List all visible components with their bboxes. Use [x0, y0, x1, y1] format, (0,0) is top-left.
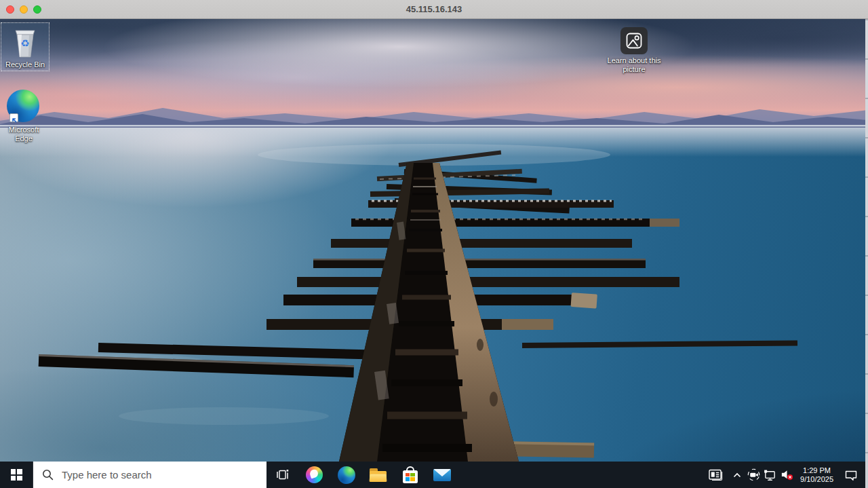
windows-desktop[interactable]: ♻ Recycle Bin Microsoft Edge: [0, 19, 868, 488]
copilot-button[interactable]: [298, 462, 330, 488]
desktop-icon-label: Learn about this picture: [607, 56, 661, 74]
news-icon: [708, 468, 724, 481]
search-input[interactable]: [62, 469, 238, 481]
desktop-icon-learn-about-this-picture[interactable]: Learn about this picture: [607, 27, 661, 74]
news-and-interests-button[interactable]: [702, 462, 729, 488]
show-hidden-icons-button[interactable]: [729, 462, 745, 488]
desktop-icon-label: Microsoft Edge: [2, 126, 45, 143]
mail-icon: [433, 469, 451, 481]
file-explorer-icon: [370, 468, 387, 482]
wallpaper-pier-art: [0, 19, 868, 462]
clock-date: 9/10/2025: [800, 475, 833, 484]
notification-center-button[interactable]: [838, 462, 864, 488]
chevron-up-icon: [731, 469, 743, 481]
edge-button[interactable]: [330, 462, 362, 488]
search-icon: [42, 469, 54, 481]
shortcut-arrow-icon: [9, 113, 18, 122]
desktop-icon-label: Recycle Bin: [5, 60, 45, 69]
desktop-icon-microsoft-edge[interactable]: Microsoft Edge: [2, 90, 45, 143]
edge-icon: [7, 90, 41, 124]
picture-info-icon: [620, 27, 648, 54]
window-title: 45.115.16.143: [0, 4, 868, 14]
file-explorer-button[interactable]: [362, 462, 394, 488]
windows-taskbar: 1:29 PM 9/10/2025: [0, 462, 868, 488]
network-button[interactable]: [762, 462, 778, 488]
remote-desktop-window: 45.115.16.143: [0, 0, 868, 488]
network-ethernet-icon: [763, 468, 777, 482]
clock-time: 1:29 PM: [800, 466, 833, 475]
volume-muted-icon: [780, 468, 794, 481]
scrollbar[interactable]: [865, 19, 868, 488]
microsoft-store-button[interactable]: [394, 462, 426, 488]
mail-button[interactable]: [426, 462, 458, 488]
volume-button[interactable]: [778, 462, 795, 488]
start-button[interactable]: [0, 462, 33, 488]
system-tray: 1:29 PM 9/10/2025: [702, 462, 868, 488]
macos-titlebar: 45.115.16.143: [0, 0, 868, 19]
copilot-icon: [306, 466, 323, 483]
desktop-icon-recycle-bin[interactable]: ♻ Recycle Bin: [1, 23, 49, 71]
microsoft-store-icon: [403, 470, 418, 483]
meet-now-icon: [747, 468, 761, 482]
notification-icon: [844, 468, 859, 482]
recycle-symbol: ♻: [20, 37, 29, 50]
task-view-button[interactable]: [267, 462, 298, 488]
edge-icon: [338, 466, 355, 484]
windows-logo-icon: [11, 469, 22, 481]
taskbar-search[interactable]: [33, 462, 267, 488]
taskbar-clock[interactable]: 1:29 PM 9/10/2025: [795, 466, 838, 484]
recycle-bin-icon: ♻: [10, 26, 40, 58]
task-view-icon: [275, 468, 290, 482]
meet-now-button[interactable]: [745, 462, 762, 488]
